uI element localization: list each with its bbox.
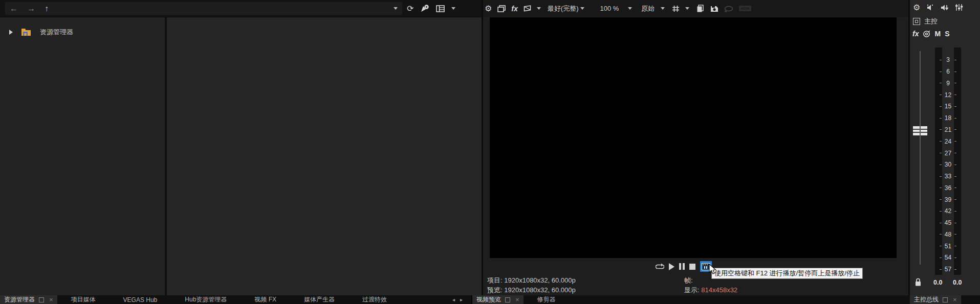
- tab-close-icon[interactable]: ×: [953, 295, 957, 304]
- db-scale-row: 42: [940, 205, 956, 217]
- loop-playback-icon[interactable]: [656, 263, 664, 270]
- display-size-value: 814x458x32: [701, 286, 737, 294]
- db-scale-row: 39: [940, 194, 956, 205]
- folder-icon: [21, 28, 31, 37]
- db-scale-row: 18: [940, 112, 956, 124]
- mute-button[interactable]: M: [934, 30, 941, 38]
- aspect-label: 原始: [641, 4, 655, 13]
- db-scale-row: 33: [940, 171, 956, 182]
- db-scale-row: 15: [940, 101, 956, 112]
- save-snapshot-icon[interactable]: [710, 5, 718, 12]
- fader-track[interactable]: [920, 51, 921, 265]
- explorer-toolbar: ← → ↑ ⟳: [0, 0, 482, 17]
- pause-button[interactable]: [679, 263, 685, 270]
- tab-scroll-left-icon[interactable]: ◂: [452, 297, 455, 302]
- tab-label: 视频 FX: [254, 295, 276, 304]
- dock-left-tab[interactable]: Hub资源管理器: [171, 295, 241, 304]
- refresh-icon[interactable]: ⟳: [407, 4, 413, 13]
- automation-icon[interactable]: [923, 30, 930, 38]
- zoom-level-label: 100 %: [600, 5, 619, 12]
- master-fx-button[interactable]: fx: [912, 30, 919, 38]
- tree-item-explorer[interactable]: 资源管理器: [0, 27, 73, 38]
- dock-left-tab[interactable]: 媒体产生器: [290, 295, 349, 304]
- dock-mixer-tab[interactable]: 主控总线×: [910, 295, 961, 304]
- db-scale-row: 3: [940, 54, 956, 66]
- tab-float-icon[interactable]: [39, 297, 44, 302]
- tab-float-icon[interactable]: [505, 297, 510, 302]
- preview-settings-gear-icon[interactable]: ⚙: [485, 4, 492, 13]
- tab-float-icon[interactable]: [943, 297, 948, 302]
- display-size-status: 显示: 814x458x32: [684, 286, 737, 295]
- dock-preview-tab[interactable]: 修剪器: [524, 295, 570, 304]
- preview-quality-dropdown-icon: [580, 7, 584, 10]
- solo-button[interactable]: S: [945, 30, 949, 38]
- expander-icon[interactable]: [9, 30, 13, 35]
- db-scale-row: 27: [940, 147, 956, 159]
- up-icon[interactable]: ↑: [40, 2, 53, 15]
- back-icon[interactable]: ←: [5, 2, 23, 15]
- db-scale-row: 36: [940, 182, 956, 194]
- gain-readout-right: 0.0: [953, 279, 962, 286]
- aspect-dropdown-icon: [661, 7, 665, 10]
- tree-item-label: 资源管理器: [40, 28, 73, 37]
- stop-button[interactable]: [689, 264, 695, 270]
- auto-preview-icon[interactable]: [420, 5, 429, 13]
- tab-scroll-right-icon[interactable]: ▸: [460, 297, 463, 302]
- views-dropdown-icon[interactable]: [451, 7, 455, 10]
- vegas-pro-window: ← → ↑ ⟳: [0, 0, 980, 304]
- tab-label: 项目媒体: [71, 295, 96, 304]
- downmix-output-icon[interactable]: [941, 4, 949, 11]
- playback-tooltip: 使用空格键和 F12 进行播放/暂停而上是播放/停止: [711, 268, 863, 279]
- aspect-button[interactable]: 原始: [640, 4, 665, 13]
- grid-overlay-dropdown-icon[interactable]: [685, 7, 689, 10]
- frame-status: 帧:: [684, 276, 693, 285]
- explorer-file-list[interactable]: [167, 17, 482, 295]
- db-scale-row: 9: [940, 78, 956, 89]
- dock-left-tab[interactable]: 资源管理器×: [0, 295, 57, 304]
- mixer-title: 主控: [924, 17, 938, 26]
- db-scale-row: 6: [940, 66, 956, 78]
- tab-label: Hub资源管理器: [185, 295, 227, 304]
- mixer-sliders-icon[interactable]: [955, 4, 963, 11]
- copy-snapshot-icon[interactable]: [696, 5, 705, 13]
- master-mixer-panel: ⚙ 主控 fx M S 36912151821242: [910, 0, 980, 295]
- insert-bus-icon[interactable]: [913, 18, 920, 25]
- db-scale-row: 54: [940, 252, 956, 264]
- lock-fader-icon[interactable]: [914, 278, 922, 287]
- dock-preview-tab[interactable]: 视频预览×: [472, 295, 524, 304]
- gain-readout-left: 0.0: [933, 279, 942, 286]
- play-button[interactable]: [669, 263, 674, 270]
- tab-close-icon[interactable]: ×: [49, 295, 53, 304]
- video-display: [490, 17, 897, 258]
- mixer-settings-gear-icon[interactable]: ⚙: [913, 3, 920, 12]
- split-screen-flag-icon[interactable]: [524, 5, 531, 12]
- video-output-fx-icon[interactable]: fx: [511, 5, 517, 13]
- db-scale-row: 51: [940, 240, 956, 252]
- db-scale-row: 48: [940, 228, 956, 240]
- tab-close-icon[interactable]: ×: [515, 295, 519, 304]
- mouse-cursor: [708, 264, 717, 275]
- db-scale: 36912151821242730333639424548515457: [940, 54, 956, 275]
- preview-quality-button[interactable]: 最好(完整): [547, 4, 585, 13]
- audio-dim-icon[interactable]: [926, 4, 934, 11]
- dock-left-tab[interactable]: 视频 FX: [241, 295, 290, 304]
- preview-quality-label: 最好(完整): [548, 4, 579, 13]
- dock-left-tab[interactable]: 项目媒体: [57, 295, 110, 304]
- tab-label: VEGAS Hub: [123, 296, 158, 303]
- address-bar[interactable]: ← → ↑: [5, 2, 402, 15]
- db-scale-row: 30: [940, 159, 956, 171]
- preview-format-status: 预览: 1920x1080x32, 60.000p: [487, 286, 576, 295]
- db-scale-row: 57: [940, 264, 956, 275]
- dock-left-tab[interactable]: VEGAS Hub: [110, 295, 171, 304]
- fader-handle[interactable]: [913, 126, 928, 135]
- forward-icon[interactable]: →: [23, 2, 40, 15]
- grid-overlay-icon[interactable]: [672, 5, 680, 12]
- external-monitor-icon[interactable]: [497, 5, 506, 12]
- split-screen-dropdown-icon[interactable]: [537, 7, 541, 10]
- views-grid-icon[interactable]: [436, 5, 445, 12]
- dock-left-tab[interactable]: 过渡特效: [349, 295, 401, 304]
- zoom-level-button[interactable]: 100 %: [599, 5, 632, 12]
- address-dropdown-icon[interactable]: [394, 7, 398, 10]
- explorer-panel: 资源管理器: [0, 17, 482, 295]
- window-tab-bar: 资源管理器×项目媒体VEGAS HubHub资源管理器视频 FX媒体产生器过渡特…: [0, 295, 980, 304]
